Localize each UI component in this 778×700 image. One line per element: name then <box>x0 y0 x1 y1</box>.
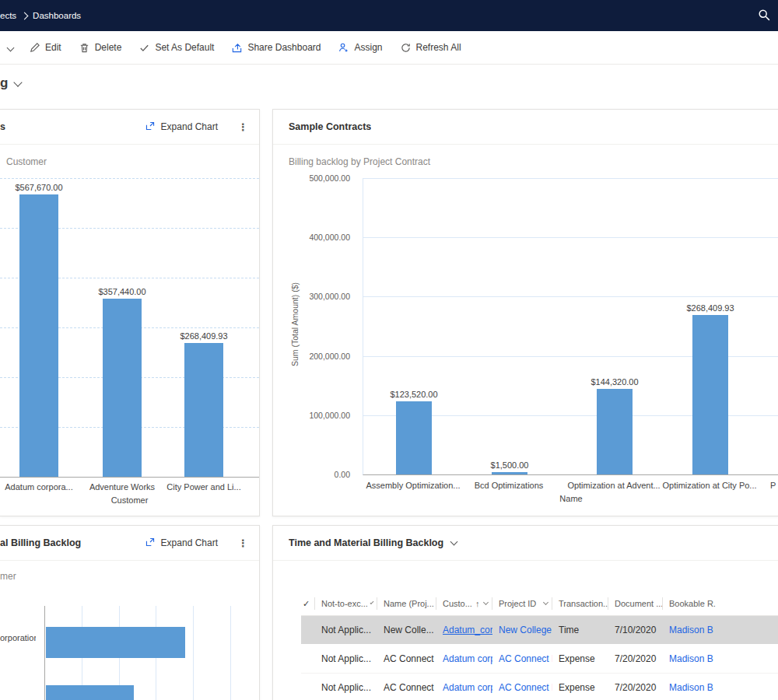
search-icon[interactable] <box>758 9 771 23</box>
command-overflow-chevron-icon[interactable] <box>8 42 13 53</box>
dashboard-title-text: g <box>0 75 8 91</box>
table-row[interactable]: Not Applic... AC Connect Adatum corpc AC… <box>301 674 778 700</box>
share-icon <box>231 42 243 54</box>
bar-column: $567,670.00 <box>0 178 82 477</box>
column-header-customer[interactable]: Custo... ↑ <box>436 597 492 610</box>
column-header-project-id[interactable]: Project ID <box>492 597 552 610</box>
delete-button[interactable]: Delete <box>79 42 122 54</box>
cell-project-link[interactable]: AC Connect Pr <box>492 653 552 664</box>
chart-subtitle-fragment: mer <box>0 571 16 582</box>
tm-grid-card-header[interactable]: Time and Material Billing Backlog <box>273 526 778 561</box>
cell-project-link[interactable]: New College <box>492 625 552 635</box>
column-header-bookable-resource[interactable]: Bookable R. <box>663 597 778 610</box>
sample-contracts-card-header: Sample Contracts <box>273 110 778 145</box>
bar[interactable] <box>19 194 58 477</box>
cell-name: AC Connect <box>377 682 436 693</box>
column-header-document[interactable]: Document ... <box>608 597 663 610</box>
y-category-label-fragment: orporation <box>0 633 36 642</box>
chevron-down-icon <box>450 538 458 546</box>
command-bar: Edit Delete Set As Default Share Dashboa… <box>0 31 778 65</box>
x-axis-label: City Power and Li... <box>161 482 247 492</box>
cell-name: New Colle... <box>377 625 436 635</box>
y-tick: 0.00 <box>335 470 350 479</box>
bar-value-label: $357,440.00 <box>98 287 145 296</box>
cell-transaction: Expense <box>552 653 608 664</box>
bar-value-label: $123,520.00 <box>390 390 437 399</box>
billing-backlog-card-header: al Billing Backlog Expand Chart ⋮ <box>0 526 259 561</box>
bar[interactable] <box>396 401 432 474</box>
set-as-default-button[interactable]: Set As Default <box>138 42 214 54</box>
table-row[interactable]: Not Applic... New Colle... Adatum_corpc … <box>301 616 778 645</box>
x-axis-label-clipped: P <box>770 481 778 490</box>
bar-column: $268,409.93 <box>660 178 761 474</box>
bar-column: $1,500.00 <box>459 178 560 474</box>
cell-document-date: 7/20/2020 <box>608 682 663 693</box>
expand-chart-icon <box>145 121 156 134</box>
refresh-all-button[interactable]: Refresh All <box>400 42 461 54</box>
tm-grid: ✓ Not-to-exc... Name (Proj... Custo... ↑… <box>301 592 778 700</box>
more-options-icon[interactable]: ⋮ <box>238 121 248 133</box>
cell-name: AC Connect <box>377 653 436 664</box>
more-options-icon[interactable]: ⋮ <box>238 537 248 549</box>
card-title: Sample Contracts <box>289 121 371 132</box>
cell-customer-link[interactable]: Adatum_corpc <box>436 625 492 635</box>
customer-chart-card: s Expand Chart ⋮ Customer $567,670.00 <box>0 109 260 516</box>
x-axis-label: Adventure Works <box>79 482 165 492</box>
customer-chart-plot[interactable]: $567,670.00 $357,440.00 $268,409.93 <box>0 178 259 478</box>
cell-project-link[interactable]: AC Connect Pr <box>492 682 552 693</box>
cell-customer-link[interactable]: Adatum corpc <box>436 653 492 664</box>
contracts-chart-plot[interactable]: $123,520.00 $1,500.00 $144,320.00 $268,4… <box>363 178 778 475</box>
column-header-not-to-exceed[interactable]: Not-to-exc... <box>315 597 377 610</box>
breadcrumb: ects Dashboards <box>0 11 81 20</box>
x-axis-label: Adatum corpora... <box>0 482 82 492</box>
bar-column: $357,440.00 <box>79 178 165 477</box>
chevron-down-icon <box>370 600 373 604</box>
bar-value-label: $144,320.00 <box>591 377 638 387</box>
dashboard-title[interactable]: g <box>0 75 21 91</box>
bar[interactable] <box>103 299 142 477</box>
column-header-name[interactable]: Name (Proj... <box>377 597 436 610</box>
cell-transaction: Expense <box>552 682 608 693</box>
table-row[interactable]: Not Applic... AC Connect Adatum corpc AC… <box>301 645 778 674</box>
cell-bookable-resource-link[interactable]: Madison B <box>663 625 778 635</box>
y-tick: 200,000.00 <box>309 352 350 361</box>
dynamics-dashboard-page: ects Dashboards Edit Delete <box>0 0 778 700</box>
bar[interactable] <box>46 627 185 658</box>
backlog-chart-plot[interactable] <box>44 606 260 700</box>
expand-chart-button[interactable]: Expand Chart <box>145 537 218 550</box>
assign-button[interactable]: Assign <box>338 42 382 54</box>
y-tick: 100,000.00 <box>309 411 350 420</box>
cell-document-date: 7/10/2020 <box>608 625 663 635</box>
y-tick: 400,000.00 <box>309 233 350 242</box>
chevron-down-icon <box>543 600 548 605</box>
top-navigation-bar: ects Dashboards <box>0 0 778 31</box>
bar[interactable] <box>597 389 633 474</box>
cell-document-date: 7/20/2020 <box>608 653 663 664</box>
breadcrumb-separator-icon <box>21 12 29 19</box>
chart-subtitle: Billing backlog by Project Contract <box>289 156 430 167</box>
bar[interactable] <box>492 472 527 474</box>
edit-button[interactable]: Edit <box>29 42 61 54</box>
x-axis-title: Customer <box>0 495 259 505</box>
x-axis-title: Name <box>363 494 778 503</box>
bar[interactable] <box>46 685 134 700</box>
cell-transaction: Time <box>552 625 608 635</box>
column-header-transaction[interactable]: Transaction... <box>552 597 608 610</box>
cell-bookable-resource-link[interactable]: Madison B <box>663 682 778 693</box>
breadcrumb-current[interactable]: Dashboards <box>33 11 81 20</box>
bar-value-label: $1,500.00 <box>491 460 529 470</box>
bar[interactable] <box>184 343 223 477</box>
share-dashboard-button[interactable]: Share Dashboard <box>231 42 321 54</box>
sample-contracts-card: Sample Contracts Billing backlog by Proj… <box>272 109 778 516</box>
cell-customer-link[interactable]: Adatum corpc <box>436 682 492 693</box>
expand-chart-button[interactable]: Expand Chart <box>145 121 218 134</box>
bar-value-label: $268,409.93 <box>180 331 227 341</box>
cell-not-to-exceed: Not Applic... <box>315 625 377 635</box>
cell-bookable-resource-link[interactable]: Madison B <box>663 653 778 664</box>
bar[interactable] <box>692 315 728 474</box>
billing-backlog-chart-card: al Billing Backlog Expand Chart ⋮ mer or… <box>0 525 260 700</box>
grid-header-row: ✓ Not-to-exc... Name (Proj... Custo... ↑… <box>301 592 778 616</box>
breadcrumb-prev[interactable]: ects <box>0 11 16 20</box>
select-all-checkbox[interactable]: ✓ <box>301 597 315 610</box>
card-title-fragment: al Billing Backlog <box>0 537 81 548</box>
